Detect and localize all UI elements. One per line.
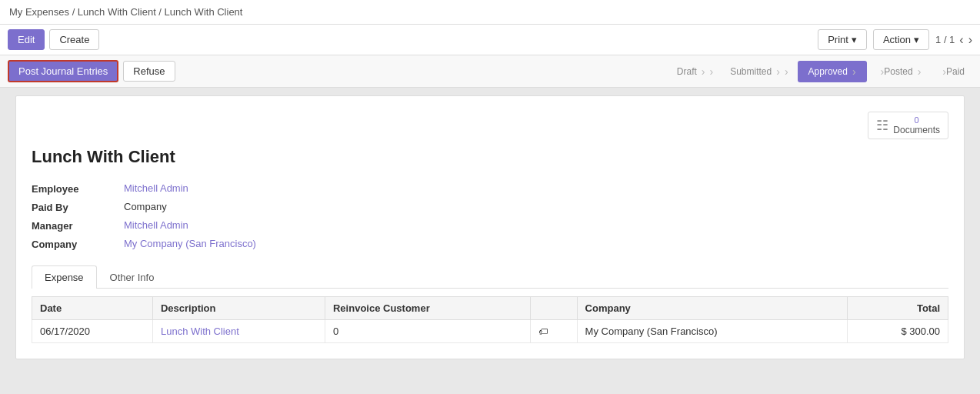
col-reinvoice: Reinvoice Customer <box>325 297 530 320</box>
toolbar: Edit Create Print ▾ Action ▾ 1 / 1 ‹ › <box>0 25 980 55</box>
manager-value[interactable]: Mitchell Admin <box>124 219 188 231</box>
refuse-button[interactable]: Refuse <box>123 61 175 82</box>
status-draft: Draft › <box>669 61 721 82</box>
action-button[interactable]: Action ▾ <box>873 29 929 50</box>
edit-button[interactable]: Edit <box>8 29 45 50</box>
cell-date: 06/17/2020 <box>32 320 153 343</box>
employee-row: Employee Mitchell Admin <box>32 182 948 195</box>
status-pipeline: Draft › Submitted › Approved › Posted › … <box>669 61 972 82</box>
create-button[interactable]: Create <box>49 29 99 50</box>
table-row: 06/17/2020 Lunch With Client 0 🏷 My Comp… <box>32 320 948 343</box>
company-row: Company My Company (San Francisco) <box>32 238 948 250</box>
paid-by-value: Company <box>124 201 167 212</box>
col-date: Date <box>32 297 153 320</box>
col-description: Description <box>152 297 325 320</box>
manager-row: Manager Mitchell Admin <box>32 219 948 232</box>
cell-company: My Company (San Francisco) <box>577 320 848 343</box>
print-button[interactable]: Print ▾ <box>818 29 867 50</box>
expense-card: ☷ 0 Documents Lunch With Client Employee… <box>15 95 965 359</box>
document-icon: ☷ <box>876 117 888 134</box>
employee-label: Employee <box>32 182 124 195</box>
pager-next-button[interactable]: › <box>968 33 972 47</box>
tab-expense[interactable]: Expense <box>32 265 97 289</box>
cell-total: $ 300.00 <box>848 320 948 343</box>
status-approved: Approved <box>798 61 867 82</box>
documents-count: 0 <box>893 115 940 125</box>
post-journal-entries-button[interactable]: Post Journal Entries <box>8 60 118 82</box>
expense-table: Date Description Reinvoice Customer Comp… <box>32 296 948 343</box>
action-bar: Post Journal Entries Refuse Draft › Subm… <box>0 55 980 88</box>
documents-label: Documents <box>893 125 940 135</box>
pager: 1 / 1 ‹ › <box>935 33 972 47</box>
cell-description[interactable]: Lunch With Client <box>152 320 325 343</box>
company-label: Company <box>32 238 124 250</box>
documents-bar: ☷ 0 Documents <box>32 112 948 139</box>
status-submitted: Submitted › <box>722 61 795 82</box>
manager-label: Manager <box>32 219 124 232</box>
employee-value[interactable]: Mitchell Admin <box>124 182 188 194</box>
paid-by-label: Paid By <box>32 201 124 213</box>
breadcrumb: My Expenses / Lunch With Client / Lunch … <box>0 0 980 25</box>
cell-reinvoice: 0 <box>325 320 530 343</box>
documents-button[interactable]: ☷ 0 Documents <box>868 112 948 139</box>
status-posted: › Posted <box>868 61 929 82</box>
action-dropdown-icon: ▾ <box>914 34 919 45</box>
expense-title: Lunch With Client <box>32 147 948 167</box>
paid-by-row: Paid By Company <box>32 201 948 213</box>
pager-prev-button[interactable]: ‹ <box>959 33 963 47</box>
company-value[interactable]: My Company (San Francisco) <box>124 238 256 249</box>
cell-tag: 🏷 <box>531 320 577 343</box>
tabs: Expense Other Info <box>32 265 948 289</box>
print-dropdown-icon: ▾ <box>852 34 857 45</box>
main-content: ☷ 0 Documents Lunch With Client Employee… <box>0 88 980 394</box>
col-tag <box>531 297 577 320</box>
status-paid: › Paid <box>930 61 972 82</box>
tab-other-info[interactable]: Other Info <box>97 265 168 289</box>
col-company: Company <box>577 297 848 320</box>
col-total: Total <box>848 297 948 320</box>
